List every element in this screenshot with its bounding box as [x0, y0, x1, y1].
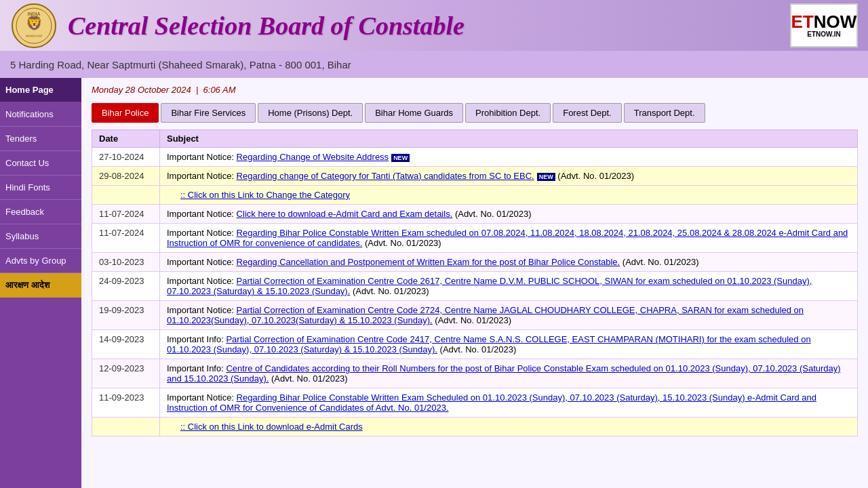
row-date: 11-09-2023	[92, 388, 160, 418]
row-subject: Important Notice: Partial Correction of …	[160, 301, 858, 330]
emblem-logo: INDIA सत्यमेव जयते 🦁	[10, 2, 58, 49]
row-date: 11-07-2024	[92, 205, 160, 224]
notice-link[interactable]: Regarding change of Category for Tanti (…	[237, 171, 534, 181]
sidebar: Home PageNotificationsTendersContact UsH…	[0, 78, 81, 488]
svg-text:सत्यमेव जयते: सत्यमेव जयते	[25, 34, 42, 38]
table-row: 11-09-2023Important Notice: Regarding Bi…	[92, 388, 858, 418]
address-text: 5 Harding Road, Near Saptmurti (Shaheed …	[10, 59, 351, 70]
tab-bihar-police[interactable]: Bihar Police	[92, 103, 159, 123]
date-text: Monday 28 October 2024	[92, 85, 191, 95]
sidebar-item-home-page[interactable]: Home Page	[0, 78, 81, 102]
table-row: 11-07-2024Important Notice: Click here t…	[92, 205, 858, 224]
row-date: 19-09-2023	[92, 301, 160, 330]
table-row: 24-09-2023Important Notice: Partial Corr…	[92, 272, 858, 301]
table-row: 27-10-2024Important Notice: Regarding Ch…	[92, 148, 858, 167]
notice-link[interactable]: Click here to download e-Admit Card and …	[237, 209, 453, 219]
notice-suffix: (Advt. No. 01/2023)	[269, 373, 347, 384]
table-row: 03-10-2023Important Notice: Regarding Ca…	[92, 253, 858, 272]
row-subject: Important Notice: Click here to download…	[160, 205, 858, 224]
etnow-now: NOW	[814, 12, 857, 32]
col-date: Date	[92, 130, 160, 148]
tab-home-(prisons)-dept.[interactable]: Home (Prisons) Dept.	[258, 103, 363, 123]
notice-suffix: (Advt. No. 01/2023)	[620, 257, 698, 267]
table-row: 12-09-2023Important Info: Centre of Cand…	[92, 359, 858, 388]
tab-bihar-home-guards[interactable]: Bihar Home Guards	[365, 103, 463, 123]
tab-prohibition-dept.[interactable]: Prohibition Dept.	[465, 103, 551, 123]
row-date: 11-07-2024	[92, 224, 160, 253]
table-subrow: :: Click on this Link to Change the Cate…	[92, 186, 858, 205]
row-subject: Important Info: Centre of Candidates acc…	[160, 359, 858, 388]
main-layout: Home PageNotificationsTendersContact UsH…	[0, 78, 868, 488]
new-badge: NEW	[537, 173, 555, 181]
subrow-content: :: Click on this Link to download e-Admi…	[160, 418, 858, 436]
table-header-row: Date Subject	[92, 130, 858, 148]
sidebar-item-feedback[interactable]: Feedback	[0, 200, 81, 224]
sidebar-item-syllabus[interactable]: Syllabus	[0, 224, 81, 249]
etnow-logo: ETNOW ETNOW.IN	[790, 3, 858, 47]
etnow-url: ETNOW.IN	[807, 30, 840, 38]
table-row: 11-07-2024Important Notice: Regarding Bi…	[92, 224, 858, 253]
notice-prefix: Important Notice:	[167, 171, 237, 181]
notice-suffix: (Advt. No. 01/2023)	[437, 344, 516, 354]
site-title: Central Selection Board of Constable	[68, 11, 790, 41]
header-top: INDIA सत्यमेव जयते 🦁 Central Selection B…	[0, 0, 868, 51]
notice-prefix: Important Notice:	[167, 152, 237, 162]
table-subrow: :: Click on this Link to download e-Admi…	[92, 418, 858, 436]
notice-prefix: Important Notice:	[167, 228, 237, 238]
subrow-link[interactable]: :: Click on this Link to Change the Cate…	[180, 190, 350, 200]
subrow-empty	[92, 418, 160, 436]
subrow-link[interactable]: :: Click on this Link to download e-Admi…	[180, 422, 363, 432]
notice-prefix: Important Info:	[167, 334, 226, 344]
date-display: Monday 28 October 2024 | 6:06 AM	[92, 85, 858, 95]
notice-prefix: Important Notice:	[167, 392, 237, 403]
row-date: 03-10-2023	[92, 253, 160, 272]
notice-prefix: Important Notice:	[167, 276, 237, 286]
notice-suffix: (Advt. No. 01/2023)	[350, 286, 429, 296]
row-subject: Important Info: Partial Correction of Ex…	[160, 330, 858, 359]
table-row: 14-09-2023Important Info: Partial Correc…	[92, 330, 858, 359]
notice-suffix: (Advt. No. 01/2023)	[433, 315, 511, 325]
sidebar-item-tenders[interactable]: Tenders	[0, 127, 81, 151]
col-subject: Subject	[160, 130, 858, 148]
notice-link[interactable]: Regarding Cancellation and Postponement …	[237, 257, 620, 267]
row-subject: Important Notice: Regarding change of Ca…	[160, 167, 858, 186]
content-area: Monday 28 October 2024 | 6:06 AM Bihar P…	[81, 78, 868, 488]
notice-prefix: Important Notice:	[167, 305, 237, 315]
row-date: 12-09-2023	[92, 359, 160, 388]
table-row: 29-08-2024Important Notice: Regarding ch…	[92, 167, 858, 186]
row-subject: Important Notice: Regarding Change of We…	[160, 148, 858, 167]
sidebar-item-advts-by-group[interactable]: Advts by Group	[0, 249, 81, 273]
notice-link[interactable]: Regarding Bihar Police Constable Written…	[167, 228, 848, 248]
time-text: 6:06 AM	[203, 85, 236, 95]
tab-bihar-fire-services[interactable]: Bihar Fire Services	[161, 103, 256, 123]
notice-link[interactable]: Regarding Bihar Police Constable Written…	[167, 392, 816, 413]
table-row: 19-09-2023Important Notice: Partial Corr…	[92, 301, 858, 330]
tab-transport-dept.[interactable]: Transport Dept.	[624, 103, 705, 123]
sidebar-item-hindi-fonts[interactable]: Hindi Fonts	[0, 176, 81, 200]
notice-prefix: Important Notice:	[167, 209, 237, 219]
sidebar-item-contact-us[interactable]: Contact Us	[0, 151, 81, 176]
notice-suffix: (Advt. No. 01/2023)	[555, 171, 634, 181]
notice-link[interactable]: Regarding Change of Website Address	[237, 152, 389, 162]
notice-suffix: (Advt. No. 01/2023)	[362, 238, 441, 248]
row-date: 14-09-2023	[92, 330, 160, 359]
row-date: 24-09-2023	[92, 272, 160, 301]
subrow-content: :: Click on this Link to Change the Cate…	[160, 186, 858, 205]
sidebar-item-notifications[interactable]: Notifications	[0, 102, 81, 127]
notifications-table: Date Subject 27-10-2024Important Notice:…	[92, 129, 858, 436]
row-subject: Important Notice: Regarding Bihar Police…	[160, 388, 858, 418]
svg-text:🦁: 🦁	[26, 15, 43, 31]
etnow-et: ET	[791, 12, 814, 32]
row-subject: Important Notice: Regarding Bihar Police…	[160, 224, 858, 253]
notice-suffix: (Advt. No. 01/2023)	[452, 209, 531, 219]
tab-bar: Bihar PoliceBihar Fire ServicesHome (Pri…	[92, 103, 858, 123]
sidebar-item-आरक्षण-आदेश[interactable]: आरक्षण आदेश	[0, 273, 81, 298]
notice-link[interactable]: Partial Correction of Examination Centre…	[167, 276, 812, 296]
row-subject: Important Notice: Partial Correction of …	[160, 272, 858, 301]
tab-forest-dept.[interactable]: Forest Dept.	[553, 103, 622, 123]
header-address: 5 Harding Road, Near Saptmurti (Shaheed …	[0, 51, 868, 78]
row-date: 27-10-2024	[92, 148, 160, 167]
subrow-empty	[92, 186, 160, 205]
row-date: 29-08-2024	[92, 167, 160, 186]
notice-prefix: Important Info:	[167, 363, 226, 373]
